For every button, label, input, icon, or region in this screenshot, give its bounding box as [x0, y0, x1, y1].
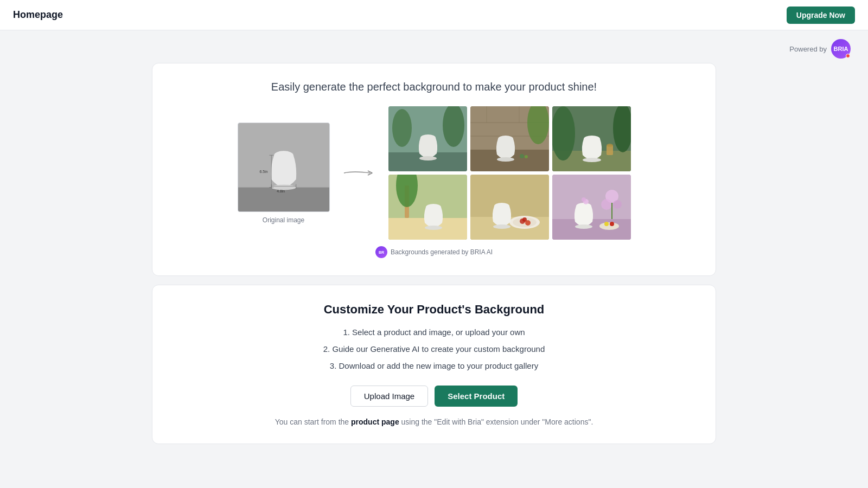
generated-image-1 [388, 106, 467, 171]
bria-logo: BRIA [831, 39, 851, 59]
arrow-container [343, 168, 375, 178]
step-1: 1. Select a product and image, or upload… [178, 328, 690, 337]
header: Homepage Upgrade Now [0, 0, 868, 30]
svg-point-36 [607, 144, 613, 147]
svg-point-64 [582, 197, 586, 202]
svg-point-60 [610, 222, 614, 226]
svg-point-28 [525, 155, 528, 158]
svg-point-55 [613, 200, 622, 209]
svg-point-58 [599, 222, 619, 230]
svg-point-27 [520, 154, 524, 158]
svg-point-17 [419, 156, 437, 160]
original-vase-svg: 6.5in 4.8in [238, 123, 329, 211]
footer-note-link: product page [351, 418, 399, 426]
generated-image-3 [552, 106, 631, 171]
generated-image-5 [470, 175, 549, 240]
upload-image-button[interactable]: Upload Image [350, 386, 428, 407]
main-content: Easily generate the perfect background t… [0, 63, 868, 444]
svg-point-51 [493, 224, 510, 229]
powered-by-text: Powered by [789, 45, 827, 53]
original-image-container: 6.5in 4.8in Original image [238, 123, 330, 224]
original-image: 6.5in 4.8in [238, 123, 330, 212]
bria-logo-text: BRIA [834, 46, 848, 52]
svg-point-59 [604, 222, 609, 226]
page-title: Homepage [13, 9, 63, 21]
original-label: Original image [263, 216, 304, 224]
hero-title: Easily generate the perfect background t… [271, 81, 597, 93]
footer-note-suffix: using the "Edit with Bria" extension und… [399, 418, 593, 426]
svg-text:4.8in: 4.8in [277, 189, 285, 193]
svg-point-31 [552, 106, 575, 160]
bria-logo-dot [846, 54, 850, 58]
action-buttons: Upload Image Select Product [178, 386, 690, 407]
bria-badge-text: Backgrounds generated by BRIA AI [391, 248, 493, 256]
customize-card: Customize Your Product's Background 1. S… [152, 285, 716, 444]
generated-image-4 [388, 175, 467, 240]
generated-image-2 [470, 106, 549, 171]
hero-demo: 6.5in 4.8in Original image [178, 106, 690, 240]
bria-badge-logo: BR [375, 246, 387, 258]
generated-image-6 [552, 175, 631, 240]
footer-note: You can start from the product page usin… [178, 418, 690, 426]
select-product-button[interactable]: Select Product [435, 386, 518, 407]
svg-point-62 [575, 224, 592, 229]
powered-by-bar: Powered by BRIA [0, 30, 868, 63]
svg-point-56 [601, 199, 612, 210]
footer-note-prefix: You can start from the [275, 418, 351, 426]
customize-title: Customize Your Product's Background [178, 303, 690, 317]
svg-point-14 [392, 109, 412, 147]
upgrade-button[interactable]: Upgrade Now [787, 7, 855, 24]
arrow-svg [343, 168, 375, 178]
svg-point-42 [425, 226, 442, 230]
svg-point-26 [497, 157, 514, 162]
step-2: 2. Guide our Generative AI to create you… [178, 344, 690, 354]
generated-images-grid [388, 106, 631, 240]
steps-list: 1. Select a product and image, or upload… [178, 328, 690, 370]
svg-point-49 [522, 217, 527, 222]
hero-card: Easily generate the perfect background t… [152, 63, 716, 276]
bria-badge: BR Backgrounds generated by BRIA AI [375, 246, 493, 258]
svg-point-34 [583, 158, 601, 162]
step-3: 3. Download or add the new image to your… [178, 361, 690, 370]
svg-text:6.5in: 6.5in [259, 169, 267, 173]
